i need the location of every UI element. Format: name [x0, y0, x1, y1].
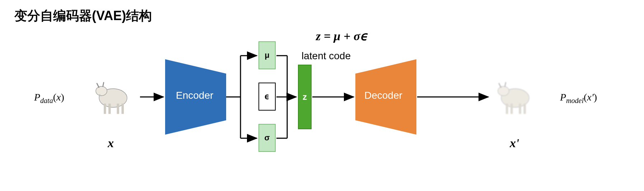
- output-image-goat: [492, 70, 538, 117]
- diagram-title: 变分自编码器(VAE)结构: [14, 7, 152, 25]
- latent-code-label: latent code: [302, 50, 351, 62]
- svg-rect-9: [519, 104, 521, 114]
- vae-diagram: z = μ + σϵ latent code Pdata(x) Pmodel(x…: [0, 29, 644, 187]
- svg-rect-2: [108, 104, 111, 114]
- reparam-formula: z = μ + σϵ: [316, 29, 368, 43]
- svg-rect-8: [510, 104, 513, 114]
- input-symbol: x: [108, 136, 114, 150]
- output-distribution-label: Pmodel(x'): [560, 92, 597, 105]
- svg-point-5: [96, 87, 107, 96]
- input-image-goat: [90, 70, 136, 117]
- svg-point-11: [498, 87, 509, 96]
- output-symbol: x': [510, 136, 519, 150]
- svg-rect-10: [523, 104, 526, 114]
- latent-z-box: z: [298, 65, 312, 129]
- svg-rect-4: [121, 104, 124, 114]
- decoder-label: Decoder: [364, 90, 402, 101]
- sigma-box: σ: [258, 124, 276, 152]
- svg-rect-1: [104, 104, 106, 114]
- input-distribution-label: Pdata(x): [34, 92, 64, 105]
- mu-box: μ: [258, 41, 276, 69]
- encoder-label: Encoder: [176, 90, 213, 101]
- svg-rect-3: [117, 104, 119, 114]
- epsilon-box: ϵ: [258, 83, 276, 111]
- svg-rect-7: [506, 104, 508, 114]
